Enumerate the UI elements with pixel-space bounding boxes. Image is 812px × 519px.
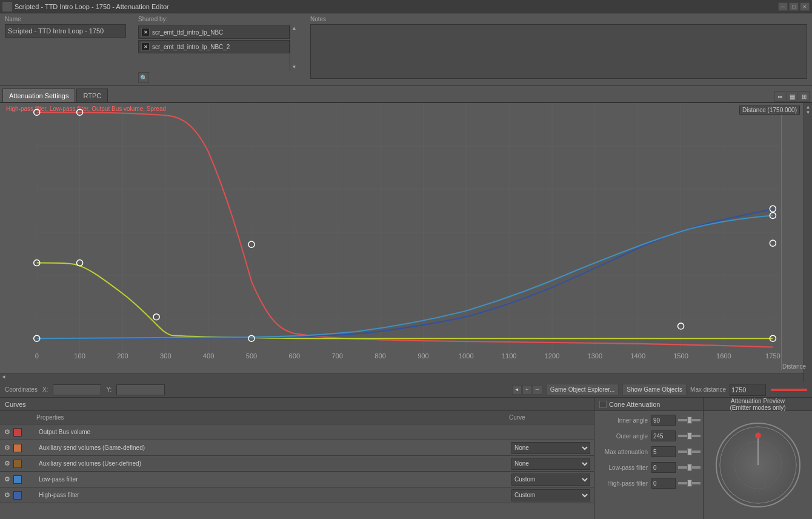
row-4-icons: ⚙ (0, 475, 36, 484)
curve-row-1: ⚙ Output Bus volume (0, 424, 594, 440)
outer-angle-input[interactable] (651, 430, 676, 441)
inner-angle-row: Inner angle (597, 414, 701, 427)
graph-area[interactable]: High-pass filter, Low-pass filter, Outpu… (0, 103, 812, 382)
graph-svg[interactable]: 0 100 200 300 400 500 600 700 800 900 10… (0, 103, 804, 373)
titlebar: Scripted - TTD Intro Loop - 1750 - Atten… (0, 0, 812, 13)
max-atten-slider[interactable] (678, 450, 701, 453)
right-controls: ◄ + ─ Game Object Explorer... Show Game … (510, 384, 807, 396)
row-4-curve-select[interactable]: Custom None (511, 474, 590, 486)
hp-filter-thumb[interactable] (687, 480, 692, 487)
svg-text:1750: 1750 (765, 352, 780, 360)
row-1-settings-icon[interactable]: ⚙ (2, 427, 12, 437)
game-object-explorer-button[interactable]: Game Object Explorer... (546, 384, 619, 396)
row-4-settings-icon[interactable]: ⚙ (2, 475, 12, 484)
search-icon[interactable]: 🔍 (138, 72, 149, 83)
row-2-icons: ⚙ (0, 443, 36, 453)
shared-scrollbar[interactable]: ▲ ▼ (290, 24, 298, 71)
graph-scrollbar-h[interactable]: ◄ (0, 373, 804, 382)
inner-angle-thumb[interactable] (687, 417, 692, 424)
shared-items-list: ✕ scr_emt_ttd_intro_lp_NBC ✕ scr_emt_ttd… (138, 25, 290, 53)
bottom-section: Coordinates X: Y: ◄ + ─ Game Object Expl… (0, 382, 812, 519)
row-5-settings-icon[interactable]: ⚙ (2, 491, 12, 500)
curve-row-4: ⚙ Low-pass filter Custom None (0, 472, 594, 487)
svg-text:1500: 1500 (673, 352, 688, 360)
row-1-color[interactable] (13, 428, 22, 437)
row-5-icons: ⚙ (0, 491, 36, 500)
show-game-objects-button[interactable]: Show Game Objects (622, 384, 687, 396)
shared-section: Shared by: ✕ scr_emt_ttd_intro_lp_NBC ✕ … (138, 16, 298, 83)
shared-item-label-1: scr_emt_ttd_intro_lp_NBC (152, 29, 223, 36)
x-input[interactable] (53, 384, 101, 395)
outer-angle-slider[interactable] (678, 435, 701, 437)
svg-text:800: 800 (374, 352, 386, 360)
row-5-color[interactable] (13, 491, 22, 500)
max-distance-input[interactable] (730, 384, 766, 396)
row-3-color[interactable] (13, 460, 22, 468)
lp-filter-thumb[interactable] (687, 464, 692, 471)
max-distance-label: Max distance (690, 386, 726, 393)
lp-filter-slider[interactable] (678, 466, 701, 469)
view-btn-1[interactable]: ▪▪ (774, 91, 785, 102)
remove-icon-2[interactable]: ✕ (141, 42, 150, 51)
tab-attenuation[interactable]: Attenuation Settings (2, 89, 75, 102)
shared-label: Shared by: (138, 16, 298, 22)
svg-text:1300: 1300 (587, 352, 602, 360)
lower-panels: Curves Properties Curve ⚙ Output Bus (0, 398, 812, 519)
svg-text:200: 200 (117, 352, 128, 360)
svg-text:1100: 1100 (502, 352, 517, 360)
y-input[interactable] (116, 384, 165, 395)
max-atten-thumb[interactable] (687, 448, 692, 455)
curves-table: Properties Curve ⚙ Output Bus volume (0, 411, 594, 519)
cone-panel: Cone Attenuation Inner angle (594, 398, 704, 519)
row-3-settings-icon[interactable]: ⚙ (2, 459, 12, 469)
preview-title: Attenuation Preview (Emitter modes only) (730, 398, 785, 411)
graph-scrollbar-v[interactable]: ▲ ▼ (804, 103, 812, 382)
curve-row-3: ⚙ Auxiliary send volumes (User-defined) … (0, 456, 594, 472)
toolbar-btn-play[interactable]: ◄ (512, 385, 522, 395)
row-1-name: Output Bus volume (36, 429, 594, 435)
toolbar-btn-remove[interactable]: ─ (533, 385, 542, 395)
toolbar-btn-add[interactable]: + (522, 385, 532, 395)
hp-filter-input[interactable] (651, 478, 676, 489)
preview-circle-area (704, 411, 812, 519)
outer-angle-thumb[interactable] (687, 432, 692, 440)
distance-line (781, 115, 782, 370)
hp-filter-slider[interactable] (678, 482, 701, 484)
cone-checkbox[interactable] (599, 401, 607, 408)
row-4-name: Low-pass filter (36, 476, 511, 483)
properties-col-header: Properties (0, 414, 509, 421)
tab-rtpc[interactable]: RTPC (76, 89, 108, 102)
toolbar-mini: ◄ + ─ (512, 385, 542, 395)
minimize-button[interactable]: ─ (778, 2, 788, 11)
inner-angle-slider[interactable] (678, 419, 701, 421)
cone-panel-title: Cone Attenuation (609, 401, 660, 408)
remove-icon-1[interactable]: ✕ (141, 28, 150, 36)
svg-text:1000: 1000 (459, 352, 474, 360)
row-2-settings-icon[interactable]: ⚙ (2, 443, 12, 453)
row-5-curve-select[interactable]: Custom None (511, 489, 590, 501)
notes-box[interactable] (310, 24, 807, 79)
coordinates-bar: Coordinates X: Y: ◄ + ─ Game Object Expl… (0, 382, 812, 398)
view-btn-2[interactable]: ▦ (787, 91, 797, 102)
max-atten-row: Max attenuation (597, 445, 701, 458)
name-section: Name Scripted - TTD Intro Loop - 1750 (5, 16, 126, 83)
lp-filter-input[interactable] (651, 462, 676, 473)
shared-item-2[interactable]: ✕ scr_emt_ttd_intro_lp_NBC_2 (138, 40, 290, 53)
restore-button[interactable]: □ (789, 2, 799, 11)
max-atten-input[interactable] (651, 446, 676, 457)
shared-item-1[interactable]: ✕ scr_emt_ttd_intro_lp_NBC (138, 25, 290, 39)
row-4-color[interactable] (13, 475, 22, 484)
row-3-curve-select[interactable]: None Custom (511, 458, 590, 470)
inner-angle-input[interactable] (651, 415, 676, 426)
inner-angle-label: Inner angle (597, 417, 651, 424)
name-value[interactable]: Scripted - TTD Intro Loop - 1750 (5, 24, 126, 38)
row-2-curve-select[interactable]: None Custom (511, 442, 590, 454)
window-controls: ─ □ × (778, 2, 810, 11)
row-2-color[interactable] (13, 444, 22, 452)
graph-distance-label: Distance (782, 363, 806, 370)
view-btn-3[interactable]: ⊞ (799, 91, 810, 102)
lp-filter-row: Low-pass filter (597, 461, 701, 474)
outer-angle-label: Outer angle (597, 433, 651, 440)
curve-row-2: ⚙ Auxiliary send volumes (Game-defined) … (0, 440, 594, 456)
close-button[interactable]: × (800, 2, 810, 11)
